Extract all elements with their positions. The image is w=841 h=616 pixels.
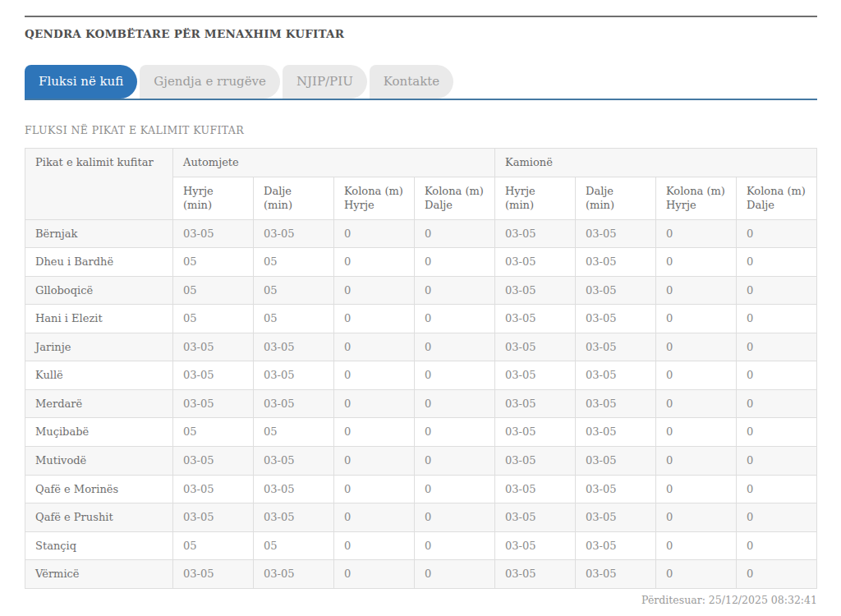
table-row: Qafë e Prushit03-0503-050003-0503-0500 <box>25 503 817 532</box>
cell-value: 0 <box>415 447 495 476</box>
column-header-automjete-kolona-hyrje: Kolona (m)Hyrje <box>334 177 415 219</box>
cell-value: 0 <box>415 361 495 390</box>
page: QENDRA KOMBËTARE PËR MENAXHIM KUFITAR Fl… <box>25 16 817 606</box>
top-divider <box>25 16 817 17</box>
table-row: Muçibabë05050003-0503-0500 <box>25 418 817 447</box>
cell-value: 03-05 <box>254 389 334 418</box>
cell-value: 0 <box>334 418 415 447</box>
table-row: Mutivodë03-0503-050003-0503-0500 <box>25 447 817 476</box>
cell-value: 0 <box>656 219 737 248</box>
column-header-crossing-points: Pikat e kalimit kufitar <box>25 149 173 220</box>
table-row: Kullë03-0503-050003-0503-0500 <box>25 361 817 390</box>
cell-value: 03-05 <box>576 560 656 589</box>
crossing-point-name: Bërnjak <box>25 219 173 248</box>
column-group-kamione: Kamionë <box>495 149 817 177</box>
cell-value: 0 <box>656 447 737 476</box>
cell-value: 03-05 <box>495 305 576 333</box>
cell-value: 03-05 <box>576 276 656 305</box>
cell-value: 05 <box>254 305 334 333</box>
cell-value: 03-05 <box>254 361 334 390</box>
tab-fluksi-ne-kufi[interactable]: Fluksi në kufi <box>25 65 137 99</box>
cell-value: 03-05 <box>495 389 576 418</box>
tab-njip-piu[interactable]: NJIP/PIU <box>283 65 367 99</box>
crossing-point-name: Stançiq <box>25 531 173 560</box>
cell-value: 03-05 <box>576 475 656 503</box>
column-header-automjete-kolona-dalje: Kolona (m)Dalje <box>415 177 495 219</box>
cell-value: 03-05 <box>173 447 254 476</box>
cell-value: 03-05 <box>576 305 656 333</box>
cell-value: 0 <box>334 276 415 305</box>
cell-value: 0 <box>415 418 495 447</box>
cell-value: 0 <box>656 475 737 503</box>
cell-value: 0 <box>415 305 495 333</box>
cell-value: 0 <box>656 560 737 589</box>
cell-value: 0 <box>656 531 737 560</box>
table-row: Glloboqicë05050003-0503-0500 <box>25 276 817 305</box>
cell-value: 03-05 <box>495 531 576 560</box>
cell-value: 0 <box>334 475 415 503</box>
cell-value: 03-05 <box>495 447 576 476</box>
table-row: Bërnjak03-0503-050003-0503-0500 <box>25 219 817 248</box>
cell-value: 05 <box>173 418 254 447</box>
cell-value: 0 <box>656 389 737 418</box>
column-header-kamione-kolona-hyrje: Kolona (m)Hyrje <box>656 177 737 219</box>
cell-value: 0 <box>415 389 495 418</box>
cell-value: 03-05 <box>495 361 576 390</box>
crossing-point-name: Mutivodë <box>25 447 173 476</box>
cell-value: 03-05 <box>254 219 334 248</box>
cell-value: 0 <box>334 531 415 560</box>
tab-gjendja-e-rrugeve[interactable]: Gjendja e rrugëve <box>140 65 280 99</box>
cell-value: 03-05 <box>173 560 254 589</box>
table-row: Jarinje03-0503-050003-0503-0500 <box>25 333 817 361</box>
cell-value: 0 <box>415 475 495 503</box>
column-header-kamione-dalje-min: Dalje (min) <box>576 177 656 219</box>
cell-value: 03-05 <box>495 475 576 503</box>
cell-value: 03-05 <box>495 248 576 277</box>
cell-value: 03-05 <box>495 333 576 361</box>
table-body: Bërnjak03-0503-050003-0503-0500Dheu i Ba… <box>25 219 817 588</box>
crossing-point-name: Kullë <box>25 361 173 390</box>
cell-value: 03-05 <box>254 503 334 532</box>
cell-value: 0 <box>737 333 817 361</box>
cell-value: 03-05 <box>173 475 254 503</box>
cell-value: 03-05 <box>254 475 334 503</box>
cell-value: 05 <box>254 531 334 560</box>
cell-value: 03-05 <box>576 531 656 560</box>
cell-value: 0 <box>334 305 415 333</box>
column-header-automjete-dalje-min: Dalje (min) <box>254 177 334 219</box>
cell-value: 05 <box>254 418 334 447</box>
column-group-automjete: Automjete <box>173 149 495 177</box>
cell-value: 05 <box>254 276 334 305</box>
tab-kontakte[interactable]: Kontakte <box>370 65 453 99</box>
cell-value: 0 <box>415 503 495 532</box>
cell-value: 0 <box>656 305 737 333</box>
cell-value: 0 <box>737 248 817 277</box>
cell-value: 03-05 <box>576 248 656 277</box>
cell-value: 03-05 <box>576 219 656 248</box>
cell-value: 0 <box>737 503 817 532</box>
cell-value: 0 <box>737 389 817 418</box>
cell-value: 03-05 <box>495 560 576 589</box>
table-row: Merdarë03-0503-050003-0503-0500 <box>25 389 817 418</box>
cell-value: 0 <box>737 361 817 390</box>
table-row: Qafë e Morinës03-0503-050003-0503-0500 <box>25 475 817 503</box>
column-header-automjete-hyrje-min: Hyrje (min) <box>173 177 254 219</box>
cell-value: 0 <box>334 389 415 418</box>
crossing-point-name: Jarinje <box>25 333 173 361</box>
section-title: FLUKSI NË PIKAT E KALIMIT KUFITAR <box>25 124 817 136</box>
cell-value: 0 <box>656 276 737 305</box>
cell-value: 03-05 <box>576 447 656 476</box>
cell-value: 05 <box>173 531 254 560</box>
cell-value: 03-05 <box>173 361 254 390</box>
cell-value: 0 <box>334 503 415 532</box>
cell-value: 03-05 <box>495 503 576 532</box>
cell-value: 0 <box>737 219 817 248</box>
cell-value: 0 <box>656 418 737 447</box>
cell-value: 03-05 <box>576 418 656 447</box>
cell-value: 0 <box>737 276 817 305</box>
cell-value: 03-05 <box>576 503 656 532</box>
cell-value: 0 <box>656 333 737 361</box>
cell-value: 0 <box>737 447 817 476</box>
cell-value: 0 <box>334 219 415 248</box>
table-group-header-row: Pikat e kalimit kufitar Automjete Kamion… <box>25 149 817 177</box>
